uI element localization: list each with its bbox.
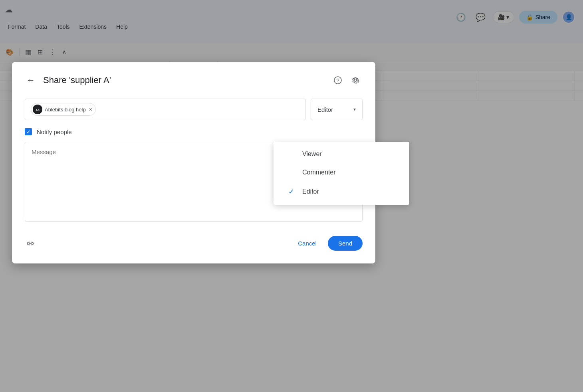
option-editor-label: Editor: [302, 188, 319, 195]
dialog-header: ← Share 'supplier A' ?: [25, 73, 363, 87]
dialog-footer: Cancel Send: [25, 236, 363, 251]
gear-icon: [351, 76, 359, 84]
svg-text:Ab: Ab: [36, 109, 39, 111]
option-viewer-label: Viewer: [302, 150, 322, 158]
people-input-row: Ab Ablebits blog help × Editor ▾: [25, 99, 363, 120]
dropdown-arrow-icon: ▾: [353, 107, 356, 112]
help-icon: ?: [334, 76, 342, 84]
option-editor[interactable]: ✓ Editor: [274, 182, 409, 202]
cancel-button[interactable]: Cancel: [292, 237, 323, 250]
notify-label: Notify people: [37, 129, 72, 135]
chip-label: Ablebits blog help: [45, 107, 86, 113]
option-viewer[interactable]: Viewer: [274, 145, 409, 163]
role-dropdown-menu: Viewer Commenter ✓ Editor: [274, 142, 409, 205]
chip-avatar: Ab: [33, 105, 42, 114]
option-commenter-label: Commenter: [302, 169, 336, 176]
svg-text:?: ?: [336, 77, 339, 83]
send-button[interactable]: Send: [328, 236, 363, 251]
option-commenter[interactable]: Commenter: [274, 163, 409, 182]
dialog-title: Share 'supplier A': [43, 75, 331, 85]
settings-button[interactable]: [348, 73, 363, 87]
back-button[interactable]: ←: [25, 73, 37, 87]
link-icon: [26, 240, 34, 247]
role-selected-label: Editor: [317, 106, 333, 113]
check-icon: ✓: [26, 129, 31, 135]
chip-close-button[interactable]: ×: [89, 107, 92, 112]
dialog-header-icons: ?: [331, 73, 363, 87]
copy-link-button[interactable]: [25, 236, 36, 251]
help-button[interactable]: ?: [331, 73, 345, 87]
notify-row: ✓ Notify people: [25, 128, 363, 135]
ablebits-logo: Ab: [33, 105, 42, 114]
check-selected-icon: ✓: [286, 187, 296, 196]
recipient-chip: Ab Ablebits blog help ×: [31, 103, 96, 116]
notify-checkbox[interactable]: ✓: [25, 128, 32, 135]
role-dropdown[interactable]: Editor ▾: [311, 99, 363, 120]
people-input[interactable]: Ab Ablebits blog help ×: [25, 99, 306, 120]
footer-right: Cancel Send: [292, 236, 363, 251]
